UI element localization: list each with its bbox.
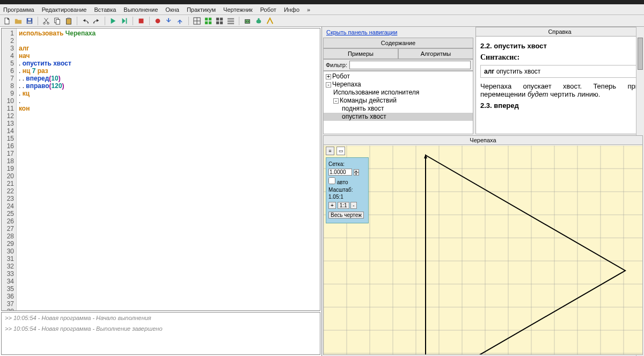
canvas-settings-panel: Сетка: ▴▾ авто Масштаб: 1.05:1 + 1:1 -: [326, 157, 369, 223]
syntax-label: Синтаксис:: [480, 53, 639, 62]
help-body-text: Черепаха опускает хвост. Теперь при пере…: [480, 82, 639, 98]
menu-Робот[interactable]: Робот: [260, 6, 276, 13]
grid-value-input[interactable]: [328, 169, 352, 176]
menu-Инфо[interactable]: Инфо: [284, 6, 299, 13]
svg-rect-23: [228, 20, 234, 22]
svg-rect-15: [209, 17, 211, 20]
auto-checkbox[interactable]: [328, 177, 335, 184]
filter-input[interactable]: [349, 61, 471, 69]
grid-layout[interactable]: [192, 16, 202, 26]
toolbar: [0, 15, 644, 27]
svg-rect-25: [245, 19, 250, 23]
svg-rect-8: [126, 18, 127, 24]
canvas-title: Черепаха: [324, 136, 642, 145]
svg-rect-17: [209, 21, 211, 24]
menu-Практикум[interactable]: Практикум: [187, 6, 216, 13]
console-output: >> 10:05:54 - Новая программа - Начало в…: [1, 312, 320, 355]
hide-nav-link[interactable]: Скрыть панель навигации: [326, 29, 397, 35]
svg-point-26: [246, 21, 247, 22]
svg-point-29: [258, 18, 260, 20]
svg-rect-0: [28, 18, 31, 20]
step-into[interactable]: [164, 16, 174, 26]
svg-rect-20: [216, 21, 219, 24]
tree-node[interactable]: поднять хвост: [324, 105, 473, 113]
canvas-menu-icon[interactable]: ≡: [326, 147, 334, 155]
tab-contents[interactable]: Содержание: [323, 38, 473, 48]
menu-Выполнение[interactable]: Выполнение: [123, 6, 158, 13]
svg-rect-14: [205, 17, 208, 20]
record[interactable]: [153, 16, 163, 26]
drafter-icon[interactable]: [265, 16, 275, 26]
svg-point-10: [156, 18, 160, 23]
menu-Чертежник[interactable]: Чертежник: [223, 6, 253, 13]
grid-dark[interactable]: [215, 16, 224, 26]
tree-node[interactable]: -Черепаха: [324, 81, 473, 89]
zoom-out-button[interactable]: -: [350, 202, 356, 209]
undo[interactable]: [80, 16, 90, 26]
robot-icon[interactable]: [243, 16, 252, 26]
help-title: Справка: [476, 27, 643, 37]
grid-rows[interactable]: [226, 16, 236, 26]
svg-rect-7: [67, 17, 70, 19]
menu-Редактирование[interactable]: Редактирование: [42, 6, 87, 13]
grid-label: Сетка:: [328, 161, 366, 167]
svg-rect-22: [228, 18, 234, 19]
syntax-code: алг опустить хвост: [480, 65, 639, 78]
svg-rect-21: [220, 21, 223, 24]
menu-»[interactable]: »: [307, 6, 310, 13]
open-file[interactable]: [13, 16, 23, 26]
redo[interactable]: [92, 16, 101, 26]
scale-label: Масштаб:: [328, 187, 366, 193]
turtle-icon[interactable]: [254, 16, 264, 26]
paste[interactable]: [64, 16, 74, 26]
save-file[interactable]: [25, 16, 34, 26]
svg-rect-6: [67, 18, 71, 24]
code-editor[interactable]: 1234567891011121314151617181920212223242…: [1, 28, 320, 311]
menubar: ПрограммаРедактированиеВставкаВыполнение…: [0, 4, 644, 15]
svg-rect-18: [216, 17, 219, 20]
scale-value: 1.05:1: [328, 194, 366, 200]
cut[interactable]: [41, 16, 51, 26]
copy[interactable]: [53, 16, 62, 26]
step[interactable]: [120, 16, 129, 26]
zoom-reset-button[interactable]: 1:1: [338, 202, 349, 209]
code-area[interactable]: использовать Черепаха алгнач. опустить х…: [17, 28, 320, 310]
help-section-heading: 2.2. опустить хвост: [480, 42, 639, 50]
turtle-canvas[interactable]: Черепаха ≡ ▭ Сетка: ▴▾ авто: [323, 135, 643, 355]
svg-point-27: [248, 21, 249, 22]
svg-rect-1: [28, 21, 32, 23]
nav-panel: Скрыть панель навигации Содержание Приме…: [323, 27, 473, 134]
stop[interactable]: [136, 16, 146, 26]
svg-rect-9: [139, 18, 144, 23]
filter-label: Фильтр:: [326, 62, 347, 68]
fit-all-button[interactable]: Весь чертеж: [328, 212, 364, 219]
svg-rect-19: [220, 17, 223, 20]
svg-rect-16: [205, 21, 208, 24]
svg-marker-56: [426, 155, 625, 354]
nav-tree[interactable]: +Робот-ЧерепахаИспользование исполнителя…: [323, 71, 473, 134]
tab-examples[interactable]: Примеры: [323, 48, 398, 59]
line-gutter: 1234567891011121314151617181920212223242…: [2, 28, 17, 310]
svg-rect-5: [56, 19, 60, 24]
run[interactable]: [108, 16, 118, 26]
menu-Программа[interactable]: Программа: [3, 6, 34, 13]
help-panel: Справка 2.2. опустить хвост Синтаксис: а…: [475, 27, 644, 134]
auto-label: авто: [337, 179, 348, 185]
grid-green[interactable]: [203, 16, 213, 26]
grid-spin-down[interactable]: ▾: [354, 172, 359, 176]
canvas-toggle-icon[interactable]: ▭: [336, 147, 345, 155]
step-out[interactable]: [175, 16, 185, 26]
menu-Окна[interactable]: Окна: [165, 6, 179, 13]
help-next-section: 2.3. вперед: [480, 101, 639, 110]
tree-node[interactable]: +Робот: [324, 72, 473, 81]
tab-algorithms[interactable]: Алгоритмы: [398, 48, 473, 59]
svg-point-28: [257, 19, 261, 23]
tree-node[interactable]: Использование исполнителя: [324, 89, 473, 97]
zoom-in-button[interactable]: +: [328, 202, 336, 209]
tree-node[interactable]: -Команды действий: [324, 97, 473, 105]
svg-rect-24: [228, 23, 234, 24]
tree-node[interactable]: опустить хвост: [324, 113, 473, 121]
menu-Вставка[interactable]: Вставка: [94, 6, 116, 13]
new-file[interactable]: [2, 16, 12, 26]
